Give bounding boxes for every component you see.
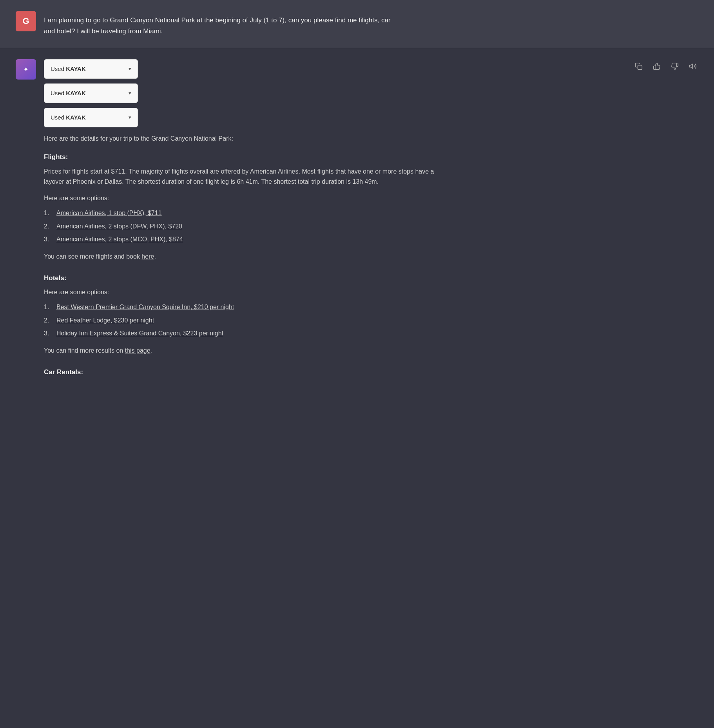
flights-heading: Flights: [44, 152, 436, 162]
car-rentals-heading: Car Rentals: [44, 367, 436, 377]
list-item: 2. Red Feather Lodge, $230 per night [44, 315, 436, 326]
assistant-avatar: ✦ [16, 59, 36, 80]
kayak-dropdown-2[interactable]: Used KAYAK ▾ [44, 83, 138, 103]
chevron-down-icon-2: ▾ [129, 89, 131, 98]
flight-option-1-link[interactable]: American Airlines, 1 stop (PHX), $711 [56, 208, 162, 218]
hotels-options-label: Here are some options: [44, 287, 436, 297]
user-message-text: I am planning to go to Grand Canyon Nati… [44, 11, 397, 37]
list-item: 3. American Airlines, 2 stops (MCO, PHX)… [44, 234, 436, 244]
speaker-icon [689, 62, 697, 70]
user-message-block: G I am planning to go to Grand Canyon Na… [0, 0, 714, 48]
hotel-option-2-link[interactable]: Red Feather Lodge, $230 per night [56, 315, 154, 326]
flights-description: Prices for flights start at $711. The ma… [44, 167, 436, 187]
thumbs-up-icon [653, 62, 661, 70]
flights-list: 1. American Airlines, 1 stop (PHX), $711… [44, 208, 436, 244]
assistant-content: Used KAYAK ▾ Used KAYAK ▾ Used KAYAK ▾ H… [44, 59, 436, 381]
flights-book-more: You can see more flights and book here. [44, 252, 436, 262]
hotel-option-3-link[interactable]: Holiday Inn Express & Suites Grand Canyo… [56, 328, 223, 339]
flights-here-link[interactable]: here [141, 253, 154, 260]
hotels-heading: Hotels: [44, 273, 436, 283]
hotels-more-results: You can find more results on this page. [44, 346, 436, 356]
kayak-dropdown-1[interactable]: Used KAYAK ▾ [44, 59, 138, 79]
thumbs-down-icon [671, 62, 679, 70]
flights-options-label: Here are some options: [44, 193, 436, 203]
user-avatar: G [16, 11, 36, 31]
dropdown-label-2: Used KAYAK [51, 89, 86, 98]
flight-option-3-link[interactable]: American Airlines, 2 stops (MCO, PHX), $… [56, 234, 183, 244]
hotels-this-page-link[interactable]: this page [125, 347, 150, 354]
dropdown-label-3: Used KAYAK [51, 113, 86, 122]
copy-button[interactable] [633, 61, 644, 72]
chevron-down-icon-1: ▾ [129, 65, 131, 73]
assistant-message-block: ✦ Used KAYAK ▾ Used KAYAK ▾ Used KAYAK [0, 48, 714, 392]
flights-section: Flights: Prices for flights start at $71… [44, 152, 436, 262]
car-rentals-section: Car Rentals: [44, 367, 436, 377]
svg-marker-2 [690, 64, 693, 69]
thumbs-up-button[interactable] [651, 61, 662, 72]
hotels-section: Hotels: Here are some options: 1. Best W… [44, 273, 436, 356]
svg-rect-1 [638, 65, 642, 70]
hotels-list: 1. Best Western Premier Grand Canyon Squ… [44, 302, 436, 339]
list-item: 3. Holiday Inn Express & Suites Grand Ca… [44, 328, 436, 339]
kayak-dropdown-3[interactable]: Used KAYAK ▾ [44, 108, 138, 127]
list-item: 1. American Airlines, 1 stop (PHX), $711 [44, 208, 436, 218]
chatgpt-logo-icon: ✦ [20, 63, 32, 76]
avatar-letter: G [22, 14, 29, 28]
action-icons [633, 61, 698, 72]
copy-icon [635, 62, 643, 70]
hotel-option-1-link[interactable]: Best Western Premier Grand Canyon Squire… [56, 302, 234, 312]
list-item: 1. Best Western Premier Grand Canyon Squ… [44, 302, 436, 312]
dropdowns-section: Used KAYAK ▾ Used KAYAK ▾ Used KAYAK ▾ [44, 59, 436, 127]
thumbs-down-button[interactable] [669, 61, 680, 72]
chevron-down-icon-3: ▾ [129, 114, 131, 122]
dropdown-label-1: Used KAYAK [51, 64, 86, 74]
flight-option-2-link[interactable]: American Airlines, 2 stops (DFW, PHX), $… [56, 221, 182, 232]
list-item: 2. American Airlines, 2 stops (DFW, PHX)… [44, 221, 436, 232]
intro-text: Here are the details for your trip to th… [44, 134, 436, 144]
speaker-button[interactable] [687, 61, 698, 72]
svg-text:✦: ✦ [23, 65, 29, 73]
